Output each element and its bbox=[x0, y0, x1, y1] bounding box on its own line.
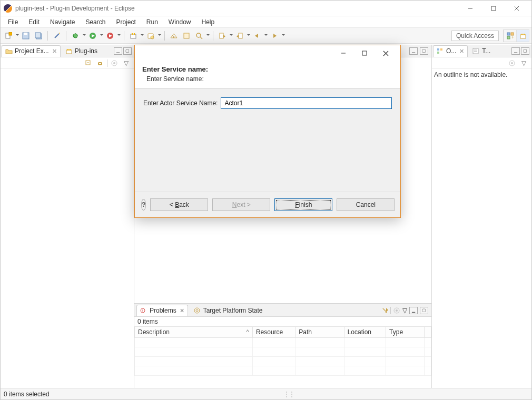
col-extra[interactable] bbox=[425, 327, 431, 338]
collapse-all-icon[interactable] bbox=[84, 58, 93, 68]
save-icon[interactable] bbox=[20, 30, 32, 42]
nav-back-icon[interactable] bbox=[251, 30, 263, 42]
tab-target-platform[interactable]: Target Platform State bbox=[190, 305, 267, 316]
open-type-icon[interactable] bbox=[168, 30, 180, 42]
new-plugin-icon[interactable] bbox=[127, 30, 139, 42]
svg-text:!: ! bbox=[142, 308, 143, 313]
maximize-view-icon[interactable]: ▢ bbox=[521, 47, 529, 55]
help-icon[interactable]: ? bbox=[141, 199, 146, 211]
wand-icon[interactable] bbox=[51, 30, 63, 42]
prev-annotation-dropdown[interactable] bbox=[247, 30, 250, 42]
window-title: plugin-test - Plug-in Development - Ecli… bbox=[15, 5, 459, 12]
project-explorer-body[interactable] bbox=[1, 69, 134, 388]
focus-icon[interactable] bbox=[393, 307, 400, 314]
run-icon[interactable] bbox=[87, 30, 98, 42]
nav-fwd-dropdown[interactable] bbox=[281, 30, 285, 42]
tab-label: Project Ex... bbox=[15, 47, 49, 55]
run-ext-icon[interactable] bbox=[104, 30, 116, 42]
menu-search[interactable]: Search bbox=[80, 17, 111, 27]
menu-window[interactable]: Window bbox=[163, 17, 196, 27]
minimize-view-icon[interactable]: ▁ bbox=[511, 47, 520, 55]
col-description[interactable]: Description^ bbox=[135, 327, 253, 338]
problems-table[interactable]: Description^ Resource Path Location Type bbox=[134, 326, 431, 376]
minimize-view-icon[interactable]: ▁ bbox=[409, 307, 418, 314]
view-menu-icon[interactable]: ▽ bbox=[121, 58, 131, 68]
col-type[interactable]: Type bbox=[386, 327, 425, 338]
focus-icon[interactable] bbox=[507, 58, 517, 68]
close-icon[interactable]: ✕ bbox=[52, 48, 57, 55]
dialog-minimize-button[interactable] bbox=[333, 46, 354, 61]
new-plugin-dropdown[interactable] bbox=[140, 30, 144, 42]
tab-tasklist[interactable]: T... bbox=[469, 45, 494, 57]
prev-annotation-icon[interactable] bbox=[234, 30, 245, 42]
open-task-icon[interactable] bbox=[181, 30, 192, 42]
minimize-button[interactable] bbox=[459, 1, 482, 16]
actor-service-name-input[interactable] bbox=[221, 97, 392, 109]
dialog-banner: Enter Service name: Enter Service name: bbox=[135, 61, 400, 88]
menu-run[interactable]: Run bbox=[141, 17, 163, 27]
table-row[interactable] bbox=[135, 338, 431, 347]
tab-label: O... bbox=[446, 47, 456, 55]
close-icon[interactable]: ✕ bbox=[180, 307, 184, 314]
tab-outline[interactable]: O... ✕ bbox=[433, 45, 468, 57]
maximize-view-icon[interactable]: ▢ bbox=[123, 47, 132, 55]
tab-project-explorer[interactable]: Project Ex... ✕ bbox=[2, 45, 61, 57]
svg-point-24 bbox=[151, 36, 154, 39]
menu-edit[interactable]: Edit bbox=[23, 17, 45, 27]
cancel-button[interactable]: Cancel bbox=[337, 198, 395, 211]
close-button[interactable] bbox=[505, 1, 528, 16]
menu-navigate[interactable]: Navigate bbox=[45, 17, 80, 27]
next-annotation-icon[interactable] bbox=[216, 30, 228, 42]
left-pane: Project Ex... ✕ Plug-ins ▁ ▢ ▽ bbox=[1, 45, 134, 388]
dialog-maximize-button[interactable] bbox=[354, 46, 375, 61]
link-editor-icon[interactable] bbox=[95, 58, 105, 68]
table-row[interactable] bbox=[135, 366, 431, 376]
view-menu-icon[interactable]: ▽ bbox=[519, 58, 528, 68]
dialog-close-button[interactable] bbox=[375, 46, 396, 61]
debug-icon[interactable] bbox=[70, 30, 81, 42]
maximize-button[interactable] bbox=[482, 1, 505, 16]
col-resource[interactable]: Resource bbox=[252, 327, 295, 338]
outline-icon bbox=[437, 48, 444, 54]
next-button: Next > bbox=[212, 198, 270, 211]
save-all-icon[interactable] bbox=[33, 30, 44, 42]
nav-fwd-icon[interactable] bbox=[269, 30, 280, 42]
tab-label: T... bbox=[482, 47, 490, 55]
debug-dropdown[interactable] bbox=[82, 30, 86, 42]
col-location[interactable]: Location bbox=[344, 327, 386, 338]
maximize-view-icon[interactable]: ▢ bbox=[420, 307, 428, 314]
perspective-plugin-icon[interactable] bbox=[516, 30, 529, 42]
menu-help[interactable]: Help bbox=[196, 17, 220, 27]
back-button[interactable]: < Back bbox=[150, 198, 208, 211]
table-row[interactable] bbox=[135, 357, 431, 366]
minimize-view-icon[interactable]: ▁ bbox=[114, 47, 122, 55]
open-pde-icon[interactable] bbox=[145, 30, 156, 42]
close-icon[interactable]: ✕ bbox=[459, 48, 464, 55]
svg-line-28 bbox=[200, 37, 202, 39]
tab-problems[interactable]: ! Problems ✕ bbox=[136, 305, 188, 316]
menu-project[interactable]: Project bbox=[111, 17, 141, 27]
search-icon[interactable] bbox=[193, 30, 205, 42]
dialog-header: Enter Service name: bbox=[142, 65, 393, 73]
new-dropdown[interactable] bbox=[15, 30, 19, 42]
new-icon[interactable] bbox=[3, 30, 14, 42]
view-menu-icon[interactable]: ▽ bbox=[402, 307, 407, 314]
filter-icon[interactable] bbox=[381, 307, 388, 314]
nav-back-dropdown[interactable] bbox=[264, 30, 268, 42]
table-row[interactable] bbox=[135, 347, 431, 357]
maximize-editor-icon[interactable]: ▢ bbox=[420, 47, 428, 55]
tab-plugins[interactable]: Plug-ins bbox=[62, 45, 101, 57]
menu-file[interactable]: File bbox=[3, 17, 23, 27]
open-perspective-icon[interactable]: + bbox=[504, 30, 516, 42]
svg-point-51 bbox=[194, 308, 200, 313]
search-dropdown[interactable] bbox=[206, 30, 210, 42]
quick-access[interactable]: Quick Access bbox=[451, 31, 499, 41]
minimize-editor-icon[interactable]: ▁ bbox=[409, 47, 418, 55]
run-ext-dropdown[interactable] bbox=[117, 30, 121, 42]
open-pde-dropdown[interactable] bbox=[157, 30, 161, 42]
next-annotation-dropdown[interactable] bbox=[229, 30, 233, 42]
focus-task-icon[interactable] bbox=[110, 58, 119, 68]
col-path[interactable]: Path bbox=[295, 327, 344, 338]
finish-button[interactable]: Finish bbox=[274, 198, 332, 211]
run-dropdown[interactable] bbox=[100, 30, 103, 42]
